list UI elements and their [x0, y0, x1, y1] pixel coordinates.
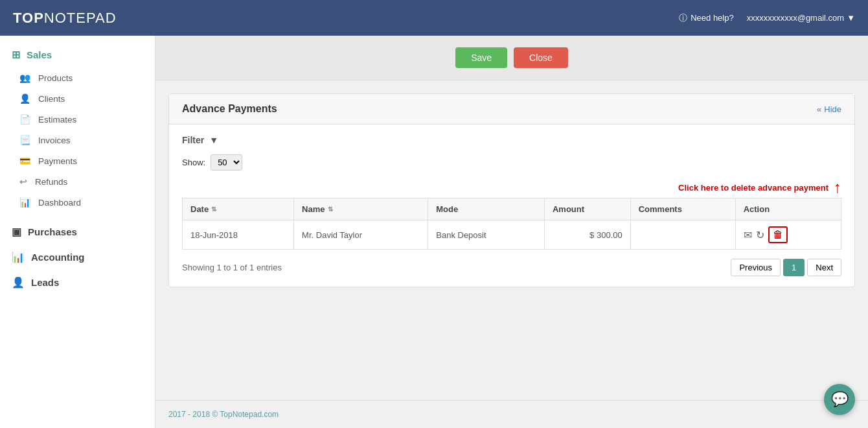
refunds-icon: ↩ — [19, 176, 27, 187]
pagination-row: Showing 1 to 1 of 1 entries Previous 1 N… — [182, 259, 841, 276]
col-date-label: Date — [190, 204, 209, 214]
purchases-icon: ▣ — [12, 226, 21, 238]
sort-arrows-date: ⇅ — [211, 206, 216, 213]
sort-arrows-name: ⇅ — [328, 206, 333, 213]
leads-icon: 👤 — [12, 276, 25, 289]
table-row: 18-Jun-2018 Mr. David Taylor Bank Deposi… — [183, 220, 841, 250]
sidebar-leads-label: Leads — [31, 277, 59, 288]
row-action: ✉ ↻ 🗑 — [735, 220, 841, 250]
layout: ⊞ Sales 👥 Products 👤 Clients 📄 Estimates… — [0, 36, 868, 428]
sidebar-payments-label: Payments — [38, 156, 77, 166]
sidebar-clients-label: Clients — [38, 94, 65, 104]
show-bar: Show: 50 25 10 — [182, 154, 841, 171]
sidebar-item-estimates[interactable]: 📄 Estimates — [0, 109, 155, 130]
row-comments — [630, 220, 735, 250]
footer-text: 2017 - 2018 © TopNotepad.com — [168, 410, 279, 419]
sidebar-refunds-label: Refunds — [35, 177, 67, 187]
sidebar-item-refunds[interactable]: ↩ Refunds — [0, 171, 155, 192]
row-name[interactable]: Mr. David Taylor — [294, 220, 428, 250]
col-name: Name ⇅ — [294, 198, 428, 220]
col-action-label: Action — [744, 204, 770, 214]
panel-header: Advance Payments « Hide — [169, 94, 854, 125]
pagination-summary: Showing 1 to 1 of 1 entries — [182, 263, 282, 272]
col-comments-label: Comments — [639, 204, 682, 214]
show-select[interactable]: 50 25 10 — [211, 154, 242, 171]
header-right: ⓘ Need help? xxxxxxxxxxxx@gmail.com ▼ — [679, 12, 855, 24]
sidebar-leads[interactable]: 👤 Leads — [0, 270, 155, 295]
filter-icon: ▼ — [209, 135, 218, 145]
sidebar-estimates-label: Estimates — [38, 115, 76, 125]
sidebar-sales-label: Sales — [27, 49, 52, 60]
show-label: Show: — [182, 158, 205, 167]
sidebar: ⊞ Sales 👥 Products 👤 Clients 📄 Estimates… — [0, 36, 155, 428]
delete-button[interactable]: 🗑 — [768, 226, 788, 243]
col-amount-label: Amount — [553, 204, 584, 214]
sidebar-accounting[interactable]: 📊 Accounting — [0, 244, 155, 270]
sales-section: ⊞ Sales 👥 Products 👤 Clients 📄 Estimates… — [0, 36, 155, 219]
row-amount: $ 300.00 — [544, 220, 630, 250]
col-mode-label: Mode — [436, 204, 458, 214]
page-1-button[interactable]: 1 — [783, 259, 805, 276]
sidebar-sales[interactable]: ⊞ Sales — [0, 42, 155, 67]
col-amount: Amount — [544, 198, 630, 220]
filter-label: Filter — [182, 135, 204, 145]
accounting-icon: 📊 — [12, 251, 25, 263]
chat-icon: 💬 — [831, 391, 849, 408]
row-amount-value: 300.00 — [597, 230, 622, 240]
annotation-text: Click here to delete advance payment — [678, 183, 828, 193]
sidebar-item-products[interactable]: 👥 Products — [0, 67, 155, 88]
invoices-icon: 📃 — [19, 135, 30, 145]
header: TopNotepad ⓘ Need help? xxxxxxxxxxxx@gma… — [0, 0, 868, 36]
annotation-arrow-down: ↑ — [834, 180, 841, 195]
save-button[interactable]: Save — [455, 47, 507, 68]
products-icon: 👥 — [19, 73, 30, 83]
next-button[interactable]: Next — [807, 259, 841, 276]
estimates-icon: 📄 — [19, 114, 30, 125]
payments-icon: 💳 — [19, 156, 30, 166]
hide-link[interactable]: « Hide — [817, 104, 841, 114]
footer: 2017 - 2018 © TopNotepad.com — [155, 400, 868, 428]
refresh-icon[interactable]: ↻ — [756, 229, 764, 241]
chat-button[interactable]: 💬 — [824, 384, 855, 415]
row-amount-symbol: $ — [589, 230, 594, 240]
email-icon[interactable]: ✉ — [744, 229, 752, 241]
panel-body: Filter ▼ Show: 50 25 10 Clic — [169, 125, 854, 287]
col-comments: Comments — [630, 198, 735, 220]
pagination-controls: Previous 1 Next — [731, 259, 841, 276]
action-icons: ✉ ↻ 🗑 — [744, 226, 833, 243]
sidebar-item-payments[interactable]: 💳 Payments — [0, 150, 155, 171]
col-action: Action — [735, 198, 841, 220]
logo: TopNotepad — [13, 10, 117, 27]
sidebar-dashboard-label: Dashboard — [38, 198, 81, 208]
advance-payments-panel: Advance Payments « Hide Filter ▼ Show: — [168, 93, 855, 287]
filter-bar: Filter ▼ — [182, 135, 841, 145]
col-name-label: Name — [302, 204, 325, 214]
col-mode: Mode — [428, 198, 545, 220]
dashboard-icon: 📊 — [19, 197, 30, 208]
row-mode[interactable]: Bank Deposit — [428, 220, 545, 250]
help-icon: ⓘ — [679, 12, 687, 24]
hide-label: Hide — [824, 104, 841, 114]
help-label: Need help? — [691, 13, 734, 23]
sidebar-purchases-label: Purchases — [28, 226, 77, 237]
sales-icon: ⊞ — [12, 49, 20, 61]
sidebar-item-dashboard[interactable]: 📊 Dashboard — [0, 192, 155, 213]
user-email: xxxxxxxxxxxx@gmail.com — [747, 13, 844, 23]
clients-icon: 👤 — [19, 93, 30, 104]
content-area: Advance Payments « Hide Filter ▼ Show: — [155, 80, 868, 400]
user-menu[interactable]: xxxxxxxxxxxx@gmail.com ▼ — [747, 13, 855, 23]
sidebar-products-label: Products — [38, 73, 73, 83]
sidebar-item-clients[interactable]: 👤 Clients — [0, 88, 155, 109]
help-link[interactable]: ⓘ Need help? — [679, 12, 734, 24]
chevron-down-icon: ▼ — [847, 13, 855, 23]
previous-button[interactable]: Previous — [731, 259, 781, 276]
col-date: Date ⇅ — [183, 198, 294, 220]
close-button[interactable]: Close — [514, 47, 568, 68]
sidebar-item-invoices[interactable]: 📃 Invoices — [0, 130, 155, 150]
chevron-up-icon: « — [817, 104, 821, 114]
sidebar-purchases[interactable]: ▣ Purchases — [0, 219, 155, 244]
main-content: Save Close Advance Payments « Hide Filte… — [155, 36, 868, 428]
advance-payments-table: Date ⇅ Name ⇅ — [182, 198, 841, 250]
sidebar-accounting-label: Accounting — [31, 252, 85, 263]
row-date[interactable]: 18-Jun-2018 — [183, 220, 294, 250]
